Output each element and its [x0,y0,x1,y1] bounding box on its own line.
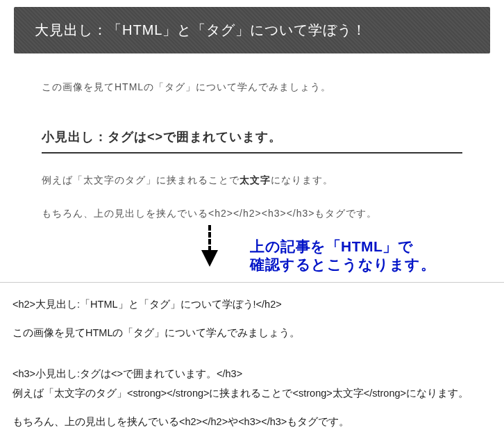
code-line-h2: <h2>大見出し:「HTML」と「タグ」について学ぼう!</h2> [12,297,492,313]
code-line-tags: もちろん、上の見出しを挟んでいる<h2></h2>や<h3></h3>もタグです… [12,414,492,430]
annotation-text: 上の記事を「HTML」で 確認するとこうなります。 [250,238,435,274]
para1-part-b: になります。 [271,174,333,185]
intro-text: この画像を見てHTMLの「タグ」について学んでみましょう。 [42,81,462,94]
annotation-line1: 上の記事を「HTML」で [250,238,435,256]
html-source-view: <h2>大見出し:「HTML」と「タグ」について学ぼう!</h2> この画像を見… [0,297,504,430]
code-line-h3: <h3>小見出し:タグは<>で囲まれています。</h3> [12,366,492,382]
para1-part-a: 例えば「太文字のタグ」に挟まれることで [42,174,240,185]
paragraph-bold-example: 例えば「太文字のタグ」に挟まれることで太文字になります。 [42,174,462,187]
sub-heading: 小見出し：タグは<>で囲まれています。 [42,129,462,154]
code-line-intro: この画像を見てHTMLの「タグ」について学んでみましょう。 [12,325,492,341]
para1-bold: 太文字 [240,174,271,185]
down-arrow-icon [201,225,218,267]
annotation-line2: 確認するとこうなります。 [250,256,435,274]
paragraph-tag-note: もちろん、上の見出しを挟んでいる<h2></h2><h3></h3>もタグです。 [42,208,462,220]
main-heading: 大見出し：「HTML」と「タグ」について学ぼう！ [14,7,490,53]
arrow-annotation-row: 上の記事を「HTML」で 確認するとこうなります。 [0,234,504,283]
code-line-strong: 例えば「太文字のタグ」<strong></strong>に挟まれることで<str… [12,386,492,401]
content-top: この画像を見てHTMLの「タグ」について学んでみましょう。 小見出し：タグは<>… [0,81,504,220]
